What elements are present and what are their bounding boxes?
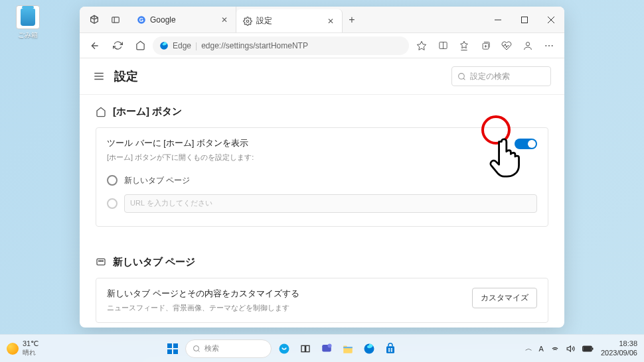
customize-button[interactable]: カスタマイズ: [472, 288, 537, 308]
search-icon: [457, 72, 466, 81]
split-screen-button[interactable]: [433, 36, 453, 56]
new-tab-button[interactable]: +: [343, 7, 361, 32]
svg-rect-30: [388, 348, 390, 349]
show-home-toggle-desc: [ホーム] ボタンが下に開くものを設定します:: [107, 152, 507, 163]
svg-point-26: [328, 343, 332, 347]
recycle-bin-icon: [16, 5, 40, 29]
google-favicon: G: [137, 15, 146, 25]
radio-custom-url[interactable]: URL を入力してください: [107, 190, 537, 217]
svg-point-11: [552, 45, 553, 46]
recycle-bin[interactable]: ごみ箱: [16, 5, 40, 40]
favorites-list-button[interactable]: [454, 36, 474, 56]
svg-rect-17: [167, 343, 172, 348]
section-heading: 新しいタブ ページ: [113, 256, 195, 269]
titlebar: G Google ✕ 設定 ✕ +: [80, 7, 564, 33]
svg-point-8: [526, 42, 529, 45]
task-view-icon[interactable]: [297, 340, 314, 357]
settings-search-input[interactable]: 設定の検索: [451, 66, 551, 86]
weather-cond: 晴れ: [23, 348, 39, 357]
browser-window: G Google ✕ 設定 ✕ + Edge | edge://settings…: [80, 7, 564, 328]
copilot-icon[interactable]: [276, 340, 293, 357]
svg-rect-19: [167, 349, 172, 354]
svg-point-21: [194, 345, 199, 351]
svg-rect-31: [391, 348, 392, 349]
show-home-toggle-title: ツール バーに [ホーム] ボタンを表示: [107, 137, 507, 149]
settings-content: 設定 設定の検索 [ホーム] ボタン ツール バーに [ホーム] ボタンを表示 …: [80, 58, 564, 328]
tab-actions-icon[interactable]: [106, 11, 125, 29]
store-icon[interactable]: [382, 340, 399, 357]
workspace-icon[interactable]: [85, 11, 104, 29]
taskbar: 31℃ 晴れ 検索 ︿ A 18:38 2023/09/06: [0, 334, 644, 362]
maximize-button[interactable]: [511, 7, 538, 33]
explorer-icon[interactable]: [339, 340, 357, 357]
wifi-icon[interactable]: [550, 344, 560, 353]
svg-rect-27: [344, 347, 353, 348]
battery-icon[interactable]: [582, 345, 594, 353]
tab-settings[interactable]: 設定 ✕: [236, 9, 343, 32]
browser-essentials-button[interactable]: [497, 36, 517, 56]
url-field[interactable]: Edge | edge://settings/startHomeNTP: [153, 36, 409, 55]
weather-temp: 31℃: [23, 339, 39, 348]
volume-icon[interactable]: [566, 344, 576, 353]
close-tab-icon[interactable]: ✕: [326, 17, 335, 26]
url-prefix: Edge: [173, 41, 191, 50]
svg-rect-0: [112, 17, 120, 22]
svg-rect-4: [522, 17, 528, 23]
start-button[interactable]: [164, 340, 181, 357]
more-button[interactable]: [539, 36, 559, 56]
svg-rect-20: [173, 349, 178, 354]
tab-title: Google: [150, 15, 216, 25]
svg-rect-35: [584, 347, 591, 350]
radio-new-tab-page[interactable]: 新しいタブ ページ: [107, 171, 537, 190]
svg-rect-33: [391, 350, 392, 351]
svg-point-12: [459, 73, 465, 79]
taskbar-search-input[interactable]: 検索: [185, 339, 272, 358]
svg-rect-23: [301, 345, 305, 351]
show-home-button-toggle[interactable]: [515, 139, 537, 149]
svg-text:G: G: [139, 17, 143, 23]
profile-button[interactable]: [518, 36, 538, 56]
tab-google[interactable]: G Google ✕: [130, 7, 236, 32]
section-new-tab-page: 新しいタブ ページ 新しいタブ ページとその内容をカスタマイズする ニュースフィ…: [80, 245, 564, 328]
svg-rect-18: [173, 343, 178, 348]
close-window-button[interactable]: [538, 7, 564, 33]
weather-icon: [7, 343, 19, 355]
page-title: 設定: [114, 68, 451, 84]
newtab-icon: [96, 257, 106, 267]
svg-point-10: [548, 45, 550, 46]
radio-icon: [107, 175, 118, 186]
section-home-button: [ホーム] ボタン ツール バーに [ホーム] ボタンを表示 [ホーム] ボタン…: [80, 95, 564, 245]
svg-point-15: [100, 261, 101, 261]
url-path: edge://settings/startHomeNTP: [201, 41, 308, 50]
radio-icon: [107, 198, 118, 209]
refresh-button[interactable]: [108, 36, 127, 56]
home-url-input[interactable]: URL を入力してください: [124, 194, 537, 213]
svg-rect-29: [386, 346, 394, 353]
recycle-bin-label: ごみ箱: [16, 30, 40, 40]
svg-point-3: [246, 20, 249, 23]
close-tab-icon[interactable]: ✕: [220, 15, 229, 25]
svg-rect-24: [306, 345, 309, 351]
minimize-button[interactable]: [485, 7, 511, 33]
chat-icon[interactable]: [318, 340, 335, 357]
back-button[interactable]: [85, 36, 105, 56]
svg-rect-32: [388, 350, 390, 351]
home-button[interactable]: [130, 36, 150, 56]
customize-newtab-title: 新しいタブ ページとその内容をカスタマイズする: [107, 288, 464, 300]
clock[interactable]: 18:38 2023/09/06: [601, 339, 637, 357]
svg-point-14: [99, 261, 100, 261]
weather-widget[interactable]: 31℃ 晴れ: [7, 339, 39, 357]
home-icon: [96, 107, 106, 117]
svg-point-16: [102, 261, 103, 261]
favorite-button[interactable]: [412, 36, 432, 56]
svg-point-9: [545, 45, 546, 46]
collections-button[interactable]: [475, 36, 495, 56]
tray-chevron-icon[interactable]: ︿: [525, 343, 532, 353]
edge-taskbar-icon[interactable]: [361, 340, 378, 357]
search-icon: [193, 345, 201, 353]
customize-newtab-desc: ニュースフィード、背景画像、テーマなどを制御します: [107, 302, 464, 314]
settings-header: 設定 設定の検索: [80, 58, 564, 95]
menu-icon[interactable]: [93, 70, 105, 82]
ime-indicator[interactable]: A: [539, 345, 544, 353]
gear-icon: [243, 17, 252, 26]
